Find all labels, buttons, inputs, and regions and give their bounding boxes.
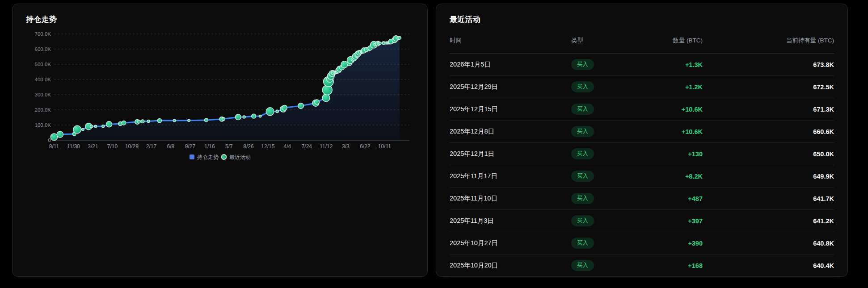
x-axis-label: 3/3 [342,143,350,150]
cell-date: 2025年10月20日 [450,261,571,270]
cell-amount: +168 [634,262,703,269]
y-axis-label: 100.0K [35,122,51,128]
activity-bubble[interactable] [73,125,81,134]
cell-date: 2025年11月3日 [450,217,571,225]
table-row: 2025年12月1日买入+130650.0K [450,143,834,165]
activity-bubble[interactable] [147,120,150,123]
x-axis-label: 10/29 [125,143,139,150]
activity-bubble[interactable] [141,120,144,123]
table-title: 最近活动 [450,14,834,25]
btc-holdings-dashboard: 持仓走势 700.0K600.0K500.0K400.0K300.0K200.0… [0,0,868,288]
cell-amount: +130 [634,150,703,158]
activity-bubble[interactable] [82,128,84,130]
table-header: 时间 类型 数量 (BTC) 当前持有量 (BTC) [450,36,834,54]
chart-title: 持仓走势 [26,14,414,25]
cell-date: 2026年1月5日 [450,60,571,69]
buy-badge: 买入 [571,104,594,115]
cell-amount: +390 [634,240,703,247]
activity-bubble[interactable] [398,37,401,40]
activity-bubble[interactable] [94,125,97,127]
cell-amount: +397 [634,217,703,225]
cell-amount: +8.2K [634,173,703,180]
cell-holdings: 640.8K [703,240,834,247]
cell-type: 买入 [571,171,634,182]
cell-amount: +10.6K [634,106,703,113]
activity-bubble[interactable] [298,103,304,109]
cell-holdings: 673.8K [703,61,834,68]
buy-badge: 买入 [571,171,594,182]
col-header-holdings: 当前持有量 (BTC) [703,36,834,45]
cell-holdings: 649.9K [703,173,834,180]
y-axis-label: 600.0K [35,46,51,52]
table-row: 2025年10月20日买入+168640.4K [450,255,834,277]
buy-badge: 买入 [571,238,594,249]
cell-type: 买入 [571,126,634,137]
activity-bubble[interactable] [222,117,225,121]
cell-holdings: 640.4K [703,262,834,269]
buy-badge: 买入 [571,260,594,271]
x-axis-label: 8/26 [243,143,254,150]
legend-label: 最近活动 [229,154,251,160]
cell-date: 2025年11月17日 [450,172,571,180]
cell-type: 买入 [571,193,634,204]
activity-bubble[interactable] [157,119,161,123]
cell-type: 买入 [571,215,634,226]
legend-item-holdings[interactable]: 持仓走势 [190,154,219,160]
table-row: 2025年12月15日买入+10.6K671.3K [450,98,834,121]
x-axis-label: 7/10 [107,143,118,150]
activity-bubble[interactable] [90,125,93,128]
table-row: 2025年12月8日买入+10.6K660.6K [450,121,834,143]
activity-bubble[interactable] [276,110,278,113]
activity-bubble[interactable] [379,42,381,45]
cell-holdings: 660.6K [703,128,834,135]
activity-bubble[interactable] [315,100,320,104]
activity-bubble[interactable] [341,61,348,68]
x-axis-label: 1/16 [204,143,215,150]
col-header-type: 类型 [571,36,634,45]
y-axis-label: 500.0K [35,62,51,67]
cell-type: 买入 [571,148,634,159]
cell-amount: +1.2K [634,83,703,91]
cell-date: 2025年12月1日 [450,150,571,158]
activity-bubble[interactable] [188,119,190,121]
activity-bubble[interactable] [106,121,112,127]
activity-bubble[interactable] [252,114,256,118]
x-axis-label: 3/21 [88,143,98,150]
cell-holdings: 641.2K [703,217,834,225]
x-axis-label: 6/22 [360,143,371,150]
x-axis-label: 10/11 [378,143,391,150]
buy-badge: 买入 [571,193,594,204]
buy-badge: 买入 [571,215,594,226]
cell-amount: +10.6K [634,128,703,135]
x-axis-label: 4/4 [284,143,291,150]
activity-bubble[interactable] [205,118,208,122]
activity-bubble[interactable] [57,131,63,138]
cell-amount: +487 [634,195,703,202]
activity-bubble[interactable] [235,114,241,120]
activity-bubble[interactable] [122,121,126,125]
activity-bubble[interactable] [243,116,245,118]
activity-bubble[interactable] [266,108,274,116]
activity-bubble[interactable] [173,119,176,122]
cell-date: 2025年12月8日 [450,127,571,136]
activity-bubble[interactable] [138,120,141,123]
activity-bubble[interactable] [282,105,287,110]
table-row: 2025年11月10日买入+487641.7K [450,188,834,210]
cell-type: 买入 [571,59,634,70]
legend-item-activity[interactable]: 最近活动 [222,154,251,160]
activity-bubble[interactable] [322,94,330,102]
legend-label: 持仓走势 [197,154,219,160]
activity-bubble[interactable] [259,115,261,117]
buy-badge: 买入 [571,148,594,159]
table-row: 2026年1月5日买入+1.3K673.8K [450,54,834,76]
cell-date: 2025年12月15日 [450,105,571,113]
y-axis-label: 400.0K [35,77,51,82]
recent-activity-card: 最近活动 时间 类型 数量 (BTC) 当前持有量 (BTC) 2026年1月5… [436,4,848,277]
col-header-amount: 数量 (BTC) [634,36,703,45]
y-axis-label: 700.0K [35,31,51,37]
holdings-trend-card: 持仓走势 700.0K600.0K500.0K400.0K300.0K200.0… [12,4,428,277]
holdings-chart[interactable]: 700.0K600.0K500.0K400.0K300.0K200.0K100.… [26,26,415,174]
legend-swatch-activity [222,154,227,159]
buy-badge: 买入 [571,81,594,92]
activity-bubble[interactable] [102,125,105,128]
